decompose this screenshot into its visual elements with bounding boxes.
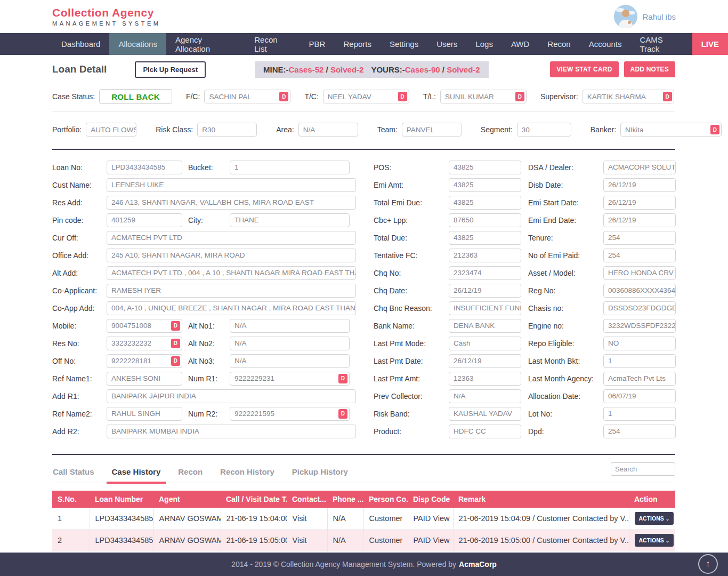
- column-header-s-no[interactable]: S.No.: [52, 491, 90, 508]
- res-no-input[interactable]: 3323232232D: [107, 337, 182, 350]
- t-l-input[interactable]: SUNIL KUMARD: [440, 90, 527, 103]
- column-header-loan-number[interactable]: Loan Number: [90, 491, 153, 508]
- nav-tab-allocations[interactable]: Allocations: [109, 33, 166, 55]
- banker-input[interactable]: NIkitaD: [620, 123, 722, 137]
- column-header-phone[interactable]: Phone ...: [327, 491, 363, 508]
- d-badge[interactable]: D: [398, 92, 407, 101]
- add-r1-input[interactable]: BANIPARK JAIPUR INDIA: [107, 389, 356, 403]
- mobile-input[interactable]: 9004751008D: [107, 319, 182, 333]
- chq-no-input[interactable]: 2323474: [449, 266, 521, 280]
- alt-no3-input[interactable]: N/A: [230, 354, 350, 368]
- pos-input[interactable]: 43825: [449, 161, 521, 174]
- nav-tab-settings[interactable]: Settings: [381, 33, 427, 55]
- lot-no-input[interactable]: 1: [603, 407, 676, 421]
- actions-button[interactable]: ACTIONS ⌄: [635, 512, 674, 525]
- res-add-input[interactable]: 246 A13, SHANTI NAGAR, VALLABH CHS, MIRA…: [107, 196, 356, 210]
- f-c-input[interactable]: SACHIN PALD: [204, 90, 290, 103]
- d-badge[interactable]: D: [171, 321, 180, 331]
- tab-call-status[interactable]: Call Status: [52, 463, 95, 483]
- tab-case-history[interactable]: Case History: [111, 463, 161, 483]
- alt-add-input[interactable]: ACMATECH PVT LTD , 004 , A 10 , SHANTI N…: [107, 266, 356, 280]
- team-input[interactable]: PANVEL: [402, 123, 462, 137]
- tenure-input[interactable]: 254: [603, 231, 676, 245]
- nav-tab-live[interactable]: LIVE: [692, 33, 728, 55]
- d-badge[interactable]: D: [171, 339, 180, 348]
- last-pmt-mode-input[interactable]: Cash: [449, 337, 521, 350]
- cbc-lpp-input[interactable]: 87650: [449, 213, 521, 227]
- pickup-request-button[interactable]: Pick Up Request: [135, 61, 206, 78]
- tentative-fc-input[interactable]: 212363: [449, 249, 521, 262]
- co-app-add-input[interactable]: 004, A-10 , UNIQUE BREEZE , SHANTI NAGAR…: [107, 301, 356, 315]
- dsa-dealer-input[interactable]: ACMACORP SOLUTIONS: [603, 161, 676, 174]
- nav-tab-logs[interactable]: Logs: [466, 33, 502, 55]
- tab-pickup-history[interactable]: Pickup History: [292, 463, 349, 483]
- search-input[interactable]: [611, 462, 675, 476]
- segment-input[interactable]: 30: [517, 123, 571, 137]
- repo-eligible-input[interactable]: NO: [603, 337, 676, 350]
- office-add-input[interactable]: 245 A10, SHANTI NAAGAR, MIRA ROAD: [107, 249, 356, 262]
- num-r2-input[interactable]: 9222221595D: [230, 407, 350, 421]
- d-badge[interactable]: D: [279, 92, 288, 101]
- nav-tab-accounts[interactable]: Accounts: [580, 33, 631, 55]
- d-badge[interactable]: D: [515, 92, 524, 101]
- column-header-call-visit-date-t[interactable]: Call / Visit Date T...: [221, 491, 287, 508]
- d-badge[interactable]: D: [171, 356, 180, 366]
- ref-name1-input[interactable]: ANKESH SONI: [107, 372, 182, 386]
- risk-class-input[interactable]: R30: [197, 123, 257, 137]
- nav-tab-awd[interactable]: AWD: [502, 33, 538, 55]
- tab-recon[interactable]: Recon: [177, 463, 203, 483]
- ref-name2-input[interactable]: RAHUL SINGH: [107, 407, 182, 421]
- alt-no2-input[interactable]: N/A: [230, 337, 350, 350]
- area-input[interactable]: N/A: [298, 123, 358, 137]
- emi-start-date-input[interactable]: 26/12/19: [603, 196, 676, 210]
- scroll-top-button[interactable]: ↑: [698, 554, 718, 574]
- prev-collector-input[interactable]: N/A: [449, 389, 521, 403]
- d-badge[interactable]: D: [710, 125, 719, 134]
- emi-end-date-input[interactable]: 26/12/19: [603, 213, 676, 227]
- product-input[interactable]: HDFC CC: [449, 425, 521, 438]
- nav-tab-users[interactable]: Users: [427, 33, 466, 55]
- chq-date-input[interactable]: 26/12/19: [449, 284, 521, 298]
- last-month-agency-input[interactable]: AcmaTech Pvt Lts: [603, 372, 676, 386]
- total-emi-due-input[interactable]: 43825: [449, 196, 521, 210]
- column-header-person-co[interactable]: Person Co...: [363, 491, 408, 508]
- nav-tab-recon[interactable]: Recon: [538, 33, 579, 55]
- disb-date-input[interactable]: 26/12/19: [603, 178, 676, 192]
- user-name[interactable]: Rahul ibs: [642, 12, 676, 21]
- portfolio-input[interactable]: AUTO FLOWS: [86, 123, 136, 137]
- co-applicant-input[interactable]: RAMESH IYER: [107, 284, 356, 298]
- add-notes-button[interactable]: ADD NOTES: [624, 61, 675, 77]
- d-badge[interactable]: D: [338, 374, 347, 383]
- last-pmt-date-input[interactable]: 26/12/19: [449, 354, 521, 368]
- loan-no-input[interactable]: LPD3433434585: [107, 161, 182, 174]
- allocation-date-input[interactable]: 06/07/19: [603, 389, 676, 403]
- add-r2-input[interactable]: BANIPARK MUMBAI INDIA: [107, 425, 356, 438]
- risk-band-input[interactable]: KAUSHAL YADAV: [449, 407, 521, 421]
- cust-name-input[interactable]: LEENESH UIKE: [107, 178, 356, 192]
- bucket-input[interactable]: 1: [230, 161, 350, 174]
- cur-off-input[interactable]: ACMATECH PVT LTD: [107, 231, 356, 245]
- column-header-remark[interactable]: Remark: [453, 491, 629, 508]
- last-month-bkt-input[interactable]: 1: [603, 354, 676, 368]
- chq-bnc-reason-input[interactable]: INSUFFICIENT FUND: [449, 301, 521, 315]
- avatar[interactable]: [614, 5, 637, 28]
- column-header-contact[interactable]: Contact...: [287, 491, 327, 508]
- supervisor-input[interactable]: KARTIK SHARMAD: [583, 90, 674, 103]
- view-stat-card-button[interactable]: VIEW STAT CARD: [550, 61, 618, 77]
- nav-tab-reports[interactable]: Reports: [334, 33, 381, 55]
- column-header-action[interactable]: Action: [629, 491, 675, 508]
- alt-no1-input[interactable]: N/A: [230, 319, 350, 333]
- d-badge[interactable]: D: [663, 92, 672, 101]
- total-due-input[interactable]: 43825: [449, 231, 521, 245]
- d-badge[interactable]: D: [338, 409, 347, 419]
- num-r1-input[interactable]: 9222229231D: [230, 372, 350, 386]
- city-input[interactable]: THANE: [230, 213, 350, 227]
- nav-tab-recon-list[interactable]: Recon List: [245, 33, 300, 55]
- asset-model-input[interactable]: HERO HONDA CRV: [603, 266, 676, 280]
- reg-no-input[interactable]: 00360886XXXX4364: [603, 284, 676, 298]
- off-no-input[interactable]: 9222228181D: [107, 354, 182, 368]
- nav-tab-cams-track[interactable]: CAMS Track: [630, 33, 692, 55]
- engine-no-input[interactable]: 3232WDSSFDF2322: [603, 319, 676, 333]
- column-header-agent[interactable]: Agent: [153, 491, 221, 508]
- actions-button[interactable]: ACTIONS ⌄: [635, 534, 674, 547]
